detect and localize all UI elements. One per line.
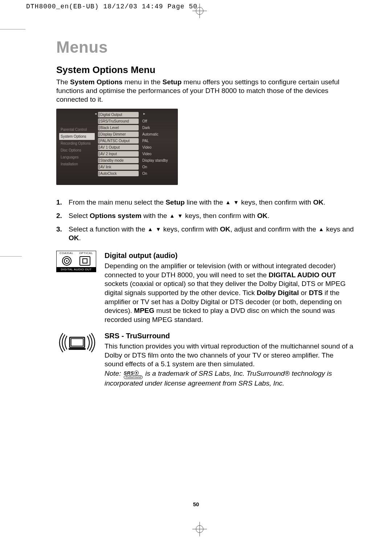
- srs-heading: SRS - TruSurround: [105, 331, 354, 340]
- screenshot-row: AV 1 OutputVideo: [98, 145, 176, 150]
- screenshot-sidebar-item: Disc Options: [59, 147, 95, 154]
- section-heading: System Options Menu: [56, 64, 354, 76]
- down-arrow-icon: ▼: [233, 199, 239, 205]
- srs-speaker-icon: [56, 331, 98, 354]
- screenshot-row: Display DimmerAutomatic: [98, 132, 176, 137]
- crop-mark-icon: [0, 29, 25, 29]
- up-arrow-icon: ▲: [147, 226, 154, 232]
- content-area: Menus System Options Menu The System Opt…: [56, 38, 354, 395]
- screenshot-options: Digital Output SRS/TruSurroundOff Black …: [98, 111, 176, 177]
- step-1: 1. From the main menu select the Setup l…: [56, 198, 354, 207]
- down-arrow-icon: ▼: [155, 226, 162, 232]
- page-number: 50: [0, 501, 392, 507]
- menu-screenshot: ◂ ▸ Parental Control System Options Reco…: [56, 109, 178, 185]
- registration-mark-top-icon: [192, 4, 207, 18]
- digital-audio-out-label: DIGITAL AUDIO OUT: [57, 267, 96, 272]
- page-title: Menus: [56, 38, 354, 56]
- screenshot-row: AutoClockOn: [98, 171, 176, 176]
- screenshot-sidebar-item-selected: System Options: [59, 133, 95, 140]
- digital-output-heading: Digital output (audio): [105, 251, 354, 260]
- screenshot-sidebar: Parental Control System Options Recordin…: [59, 126, 95, 168]
- srs-text: This function provides you with virtual …: [105, 342, 354, 369]
- screenshot-row: AV 2 InputVideo: [98, 151, 176, 157]
- step-3: 3. Select a function with the ▲ ▼ keys, …: [56, 225, 354, 243]
- srs-note: Note: SRS TruSurround is a trademark of …: [105, 369, 354, 388]
- screenshot-row: Black LevelDark: [98, 125, 176, 130]
- up-arrow-icon: ▲: [169, 213, 175, 219]
- screenshot-sidebar-item: Parental Control: [59, 126, 95, 133]
- svg-rect-5: [69, 348, 86, 350]
- feature-digital-output: COAXIAL OPTICAL DIGITAL AUDIO OUT Digita…: [56, 251, 354, 325]
- step-2: 2. Select Options system with the ▲ ▼ ke…: [56, 211, 354, 221]
- svg-rect-4: [71, 339, 83, 346]
- up-arrow-icon: ▲: [318, 226, 324, 232]
- screenshot-row: Digital Output: [98, 112, 176, 117]
- screenshot-sidebar-item: Recording Options: [59, 140, 95, 147]
- digital-audio-out-icon: COAXIAL OPTICAL DIGITAL AUDIO OUT: [56, 251, 98, 272]
- digital-output-text: Depending on the amplifier or television…: [105, 262, 354, 325]
- intro-paragraph: The System Options menu in the Setup men…: [56, 78, 354, 104]
- steps-list: 1. From the main menu select the Setup l…: [56, 198, 354, 243]
- screenshot-sidebar-item: Installation: [59, 161, 95, 168]
- optical-label: OPTICAL: [76, 251, 96, 255]
- screenshot-row: SRS/TruSurroundOff: [98, 118, 176, 124]
- down-arrow-icon: ▼: [177, 213, 183, 219]
- optical-jack-icon: [79, 256, 90, 266]
- screenshot-row: Standby modeDisplay standby: [98, 158, 176, 163]
- screenshot-row: PAL/NTSC OutputPAL: [98, 138, 176, 144]
- coaxial-jack-icon: [62, 256, 72, 266]
- srs-logo-icon: SRS TruSurround: [123, 369, 143, 379]
- screenshot-row: AV linkOn: [98, 164, 176, 170]
- left-arrow-icon: ◂: [95, 112, 97, 116]
- feature-srs: SRS - TruSurround This function provides…: [56, 331, 354, 388]
- crop-mark-icon: [0, 256, 22, 257]
- up-arrow-icon: ▲: [225, 199, 231, 205]
- screenshot-sidebar-item: Languages: [59, 154, 95, 161]
- page: DTH8000_en(EB-UB) 18/12/03 14:49 Page 50…: [0, 0, 392, 540]
- registration-mark-bottom-icon: [192, 522, 207, 536]
- coaxial-label: COAXIAL: [57, 251, 76, 255]
